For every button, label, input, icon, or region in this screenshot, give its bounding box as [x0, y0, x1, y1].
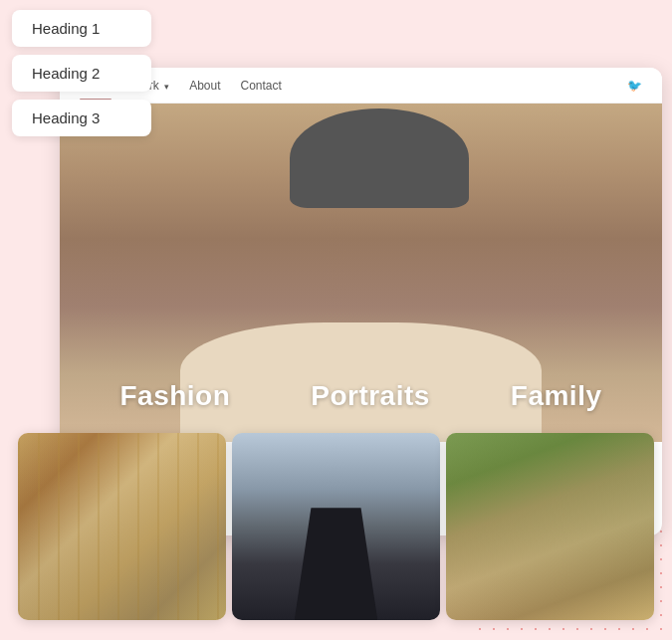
- heading-pills-panel: Heading 1 Heading 2 Heading 3: [12, 10, 151, 136]
- nav-work-arrow: ▾: [164, 82, 169, 92]
- heading-pill-2[interactable]: Heading 2: [12, 55, 151, 92]
- photo-card-2[interactable]: [232, 433, 440, 620]
- hero-section: Fashion Portraits Family: [60, 104, 662, 442]
- hero-category-family: Family: [511, 380, 602, 412]
- hero-category-fashion: Fashion: [119, 380, 230, 412]
- twitter-icon[interactable]: 🐦: [627, 79, 642, 93]
- heading-pill-3[interactable]: Heading 3: [12, 100, 151, 136]
- nav-contact[interactable]: Contact: [241, 79, 282, 93]
- nav-about[interactable]: About: [189, 79, 220, 93]
- heading-pill-1[interactable]: Heading 1: [12, 10, 151, 47]
- photo-grid: [18, 433, 654, 620]
- hero-category-portraits: Portraits: [311, 380, 430, 412]
- photo-card-1[interactable]: [18, 433, 226, 620]
- photo-card-3[interactable]: [446, 433, 654, 620]
- hero-categories: Fashion Portraits Family: [60, 380, 662, 412]
